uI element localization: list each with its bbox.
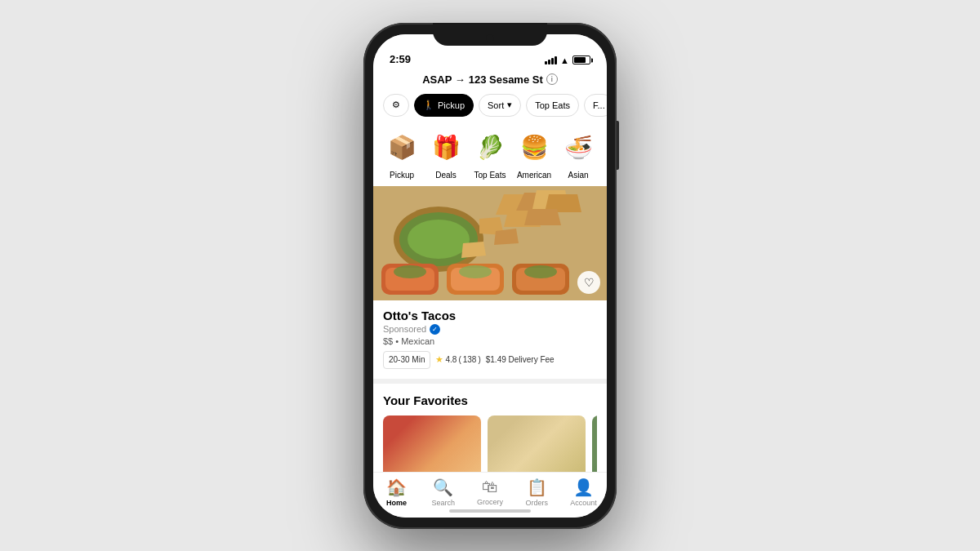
time-chip: 20-30 Min (383, 351, 430, 369)
favorites-title: Your Favorites (383, 393, 597, 407)
account-icon: 👤 (573, 478, 594, 497)
phone-frame: 2:59 ▲ ASAP → 123 Sesame St (363, 23, 617, 529)
pickup-icon: 🚶 (423, 100, 434, 110)
star-icon: ★ (435, 354, 443, 365)
rating-display: ★ 4.8 (138) (435, 354, 480, 365)
filter-more[interactable]: F... (584, 94, 607, 117)
category-row: 📦 Pickup 🎁 Deals 🥬 Top Eats 🍔 American 🍜 (373, 122, 607, 186)
filter-sort[interactable]: Sort ▾ (479, 94, 521, 117)
nav-orders[interactable]: 📋 Orders (514, 478, 560, 507)
battery-icon (572, 56, 590, 64)
filter-pickup[interactable]: 🚶 Pickup (414, 94, 474, 117)
home-indicator (449, 509, 531, 513)
review-count: ( (458, 355, 461, 364)
svg-marker-21 (461, 242, 486, 258)
filter-top-eats-label: Top Eats (535, 100, 570, 110)
sponsored-row: Sponsored ✓ (383, 324, 597, 335)
svg-marker-9 (524, 209, 561, 225)
search-icon: 🔍 (433, 478, 453, 497)
category-deals-label: Deals (435, 171, 457, 180)
category-top-eats-icon: 🥬 (470, 128, 510, 167)
feed: ♡ Otto's Tacos Sponsored ✓ $$ • Mexican … (373, 186, 607, 472)
restaurant-info: Otto's Tacos Sponsored ✓ $$ • Mexican 20… (373, 300, 607, 379)
orders-icon: 📋 (527, 478, 547, 497)
settings-icon: ⚙ (392, 100, 400, 110)
nav-grocery[interactable]: 🛍 Grocery (466, 478, 513, 506)
content-area: ASAP → 123 Sesame St i ⚙ 🚶 Pickup Sort ▾ (373, 70, 607, 518)
address-street: 123 Sesame St (469, 73, 543, 86)
phone-screen: 2:59 ▲ ASAP → 123 Sesame St (373, 34, 607, 518)
meta-row: 20-30 Min ★ 4.8 (138) $1.49 Delivery Fee (383, 351, 597, 369)
svg-point-18 (524, 265, 557, 278)
nav-account[interactable]: 👤 Account (560, 478, 607, 507)
sort-chevron-icon: ▾ (507, 100, 512, 110)
grocery-icon: 🛍 (482, 478, 498, 496)
category-pickup-icon: 📦 (382, 128, 421, 167)
time-value: 20-30 Min (389, 355, 425, 364)
nav-search-label: Search (432, 499, 456, 507)
restaurant-name: Otto's Tacos (383, 309, 597, 322)
nav-home-label: Home (386, 499, 407, 507)
category-top-eats[interactable]: 🥬 Top Eats (471, 128, 509, 180)
category-american-icon: 🍔 (514, 128, 554, 167)
category-deals[interactable]: 🎁 Deals (427, 128, 465, 180)
svg-marker-20 (494, 229, 519, 245)
status-icons: ▲ (545, 56, 590, 65)
cuisine-text: $$ • Mexican (383, 336, 597, 346)
filter-top-eats[interactable]: Top Eats (526, 94, 579, 117)
delivery-fee: $1.49 Delivery Fee (486, 355, 555, 364)
fav-image-2 (488, 415, 586, 472)
category-top-eats-label: Top Eats (474, 171, 506, 180)
wifi-icon: ▲ (560, 56, 569, 65)
nav-account-label: Account (570, 499, 597, 507)
food-image-placeholder (373, 186, 607, 300)
nav-search[interactable]: 🔍 Search (420, 478, 466, 507)
nav-home[interactable]: 🏠 Home (373, 478, 420, 507)
category-american-label: American (517, 171, 551, 180)
nav-orders-label: Orders (525, 499, 548, 507)
favorites-scroll: 👁 (383, 415, 597, 472)
fav-image-3 (592, 415, 597, 472)
category-pickup-label: Pickup (390, 171, 414, 180)
restaurant-image: ♡ (373, 186, 607, 300)
nav-grocery-label: Grocery (477, 498, 503, 506)
filter-pickup-label: Pickup (438, 100, 465, 110)
svg-point-15 (459, 265, 492, 278)
favorites-section: Your Favorites 👁 (373, 384, 607, 472)
sponsored-label: Sponsored (383, 324, 426, 334)
fav-image-1 (383, 415, 481, 472)
category-asian-label: Asian (568, 171, 588, 180)
verified-badge: ✓ (430, 324, 440, 335)
fav-card-3[interactable]: 👁 (592, 415, 597, 472)
rating-value: 4.8 (445, 355, 457, 364)
category-asian[interactable]: 🍜 Asian (559, 128, 597, 180)
status-time: 2:59 (390, 53, 411, 65)
review-count-val: 138 (463, 355, 477, 364)
restaurant-card[interactable]: ♡ Otto's Tacos Sponsored ✓ $$ • Mexican … (373, 186, 607, 379)
filter-row: ⚙ 🚶 Pickup Sort ▾ Top Eats F... (373, 91, 607, 122)
category-american[interactable]: 🍔 American (515, 128, 553, 180)
info-icon[interactable]: i (546, 73, 558, 85)
svg-point-12 (394, 265, 426, 278)
filter-sort-label: Sort (488, 100, 504, 110)
food-svg (373, 186, 607, 300)
svg-point-3 (408, 220, 470, 259)
signal-icon (545, 56, 557, 64)
notch-camera (486, 34, 494, 42)
fav-card-1[interactable] (383, 415, 481, 472)
address-bar[interactable]: ASAP → 123 Sesame St i (373, 70, 607, 91)
category-asian-icon: 🍜 (559, 128, 598, 167)
address-display[interactable]: ASAP → 123 Sesame St i (422, 73, 558, 86)
favorite-heart-button[interactable]: ♡ (577, 271, 600, 294)
address-prefix: ASAP → (422, 73, 466, 86)
category-pickup[interactable]: 📦 Pickup (383, 128, 421, 180)
category-deals-icon: 🎁 (426, 128, 466, 167)
filter-settings[interactable]: ⚙ (383, 94, 409, 117)
home-icon: 🏠 (386, 478, 407, 497)
filter-more-label: F... (593, 100, 605, 110)
fav-card-2[interactable] (488, 415, 586, 472)
